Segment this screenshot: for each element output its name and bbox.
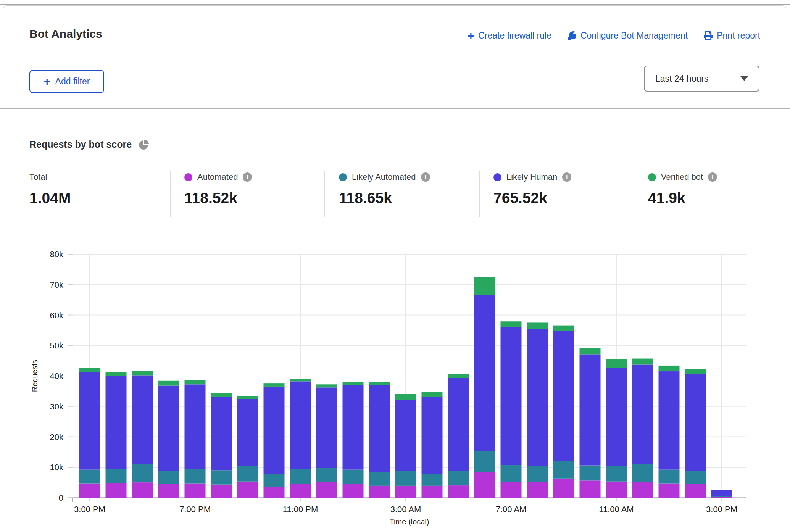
bar-segment[interactable] xyxy=(422,397,443,474)
bar-segment[interactable] xyxy=(369,382,390,385)
bar-segment[interactable] xyxy=(474,277,495,295)
bar-segment[interactable] xyxy=(395,486,416,498)
bar-segment[interactable] xyxy=(185,484,206,498)
bar-segment[interactable] xyxy=(132,482,153,498)
bar-segment[interactable] xyxy=(264,474,285,487)
bar-segment[interactable] xyxy=(158,381,179,386)
bar-segment[interactable] xyxy=(343,385,364,470)
bar-segment[interactable] xyxy=(395,394,416,400)
bar-segment[interactable] xyxy=(237,399,258,466)
bar-segment[interactable] xyxy=(448,374,469,378)
bar-segment[interactable] xyxy=(369,385,390,472)
bar-segment[interactable] xyxy=(448,485,469,498)
bar-segment[interactable] xyxy=(632,464,653,482)
bar-segment[interactable] xyxy=(158,386,179,471)
bar-segment[interactable] xyxy=(316,482,337,498)
bar-segment[interactable] xyxy=(474,451,495,472)
bar-segment[interactable] xyxy=(264,487,285,498)
bar-segment[interactable] xyxy=(632,359,653,365)
bar-segment[interactable] xyxy=(211,485,232,498)
bar-segment[interactable] xyxy=(685,471,706,484)
bar-segment[interactable] xyxy=(369,472,390,486)
bar-segment[interactable] xyxy=(659,484,680,498)
bar-segment[interactable] xyxy=(106,376,127,469)
bar-segment[interactable] xyxy=(501,482,522,498)
create-firewall-rule-link[interactable]: Create firewall rule xyxy=(468,31,551,41)
bar-segment[interactable] xyxy=(211,397,232,470)
bar-segment[interactable] xyxy=(158,471,179,484)
bar-segment[interactable] xyxy=(264,387,285,474)
time-range-dropdown[interactable]: Last 24 hours xyxy=(644,66,759,92)
bar-segment[interactable] xyxy=(158,484,179,498)
bar-segment[interactable] xyxy=(316,384,337,387)
bar-segment[interactable] xyxy=(343,382,364,385)
bar-segment[interactable] xyxy=(211,470,232,484)
bar-segment[interactable] xyxy=(448,471,469,485)
bar-segment[interactable] xyxy=(290,379,311,381)
bar-segment[interactable] xyxy=(632,364,653,464)
bar-segment[interactable] xyxy=(132,375,153,464)
bar-segment[interactable] xyxy=(343,484,364,498)
bar-segment[interactable] xyxy=(237,482,258,498)
bar-segment[interactable] xyxy=(237,396,258,399)
bar-segment[interactable] xyxy=(79,372,100,470)
bar-segment[interactable] xyxy=(501,321,522,327)
bar-segment[interactable] xyxy=(264,383,285,387)
bar-segment[interactable] xyxy=(606,368,627,466)
bar-segment[interactable] xyxy=(553,479,574,498)
bar-segment[interactable] xyxy=(106,372,127,376)
bar-segment[interactable] xyxy=(290,484,311,498)
bar-segment[interactable] xyxy=(79,484,100,498)
configure-bot-management-link[interactable]: Configure Bot Management xyxy=(568,31,688,41)
bar-segment[interactable] xyxy=(106,483,127,498)
bar-segment[interactable] xyxy=(211,393,232,397)
bar-segment[interactable] xyxy=(422,486,443,498)
bar-segment[interactable] xyxy=(685,484,706,498)
bar-segment[interactable] xyxy=(685,369,706,374)
bar-segment[interactable] xyxy=(290,381,311,469)
bar-segment[interactable] xyxy=(474,472,495,498)
bar-segment[interactable] xyxy=(132,464,153,482)
bar-segment[interactable] xyxy=(553,461,574,479)
bar-segment[interactable] xyxy=(606,359,627,368)
info-icon[interactable] xyxy=(708,172,717,182)
bar-segment[interactable] xyxy=(448,378,469,471)
bar-segment[interactable] xyxy=(580,465,601,480)
bar-segment[interactable] xyxy=(606,482,627,498)
bar-segment[interactable] xyxy=(527,482,548,498)
bar-segment[interactable] xyxy=(185,384,206,469)
bar-segment[interactable] xyxy=(711,496,732,497)
bar-segment[interactable] xyxy=(685,374,706,471)
bar-segment[interactable] xyxy=(395,471,416,486)
bar-segment[interactable] xyxy=(501,327,522,465)
bar-segment[interactable] xyxy=(474,295,495,451)
bar-segment[interactable] xyxy=(290,469,311,484)
bar-segment[interactable] xyxy=(580,348,601,354)
bar-segment[interactable] xyxy=(395,400,416,471)
add-filter-button[interactable]: Add filter xyxy=(29,70,104,93)
bar-segment[interactable] xyxy=(422,474,443,486)
bar-segment[interactable] xyxy=(632,482,653,498)
bar-segment[interactable] xyxy=(237,466,258,481)
print-report-link[interactable]: Print report xyxy=(704,31,760,41)
bar-segment[interactable] xyxy=(527,466,548,482)
bar-segment[interactable] xyxy=(527,322,548,329)
bar-segment[interactable] xyxy=(185,469,206,484)
bar-segment[interactable] xyxy=(527,329,548,466)
info-icon[interactable] xyxy=(562,172,571,182)
bar-segment[interactable] xyxy=(369,486,390,498)
bar-segment[interactable] xyxy=(659,470,680,484)
bar-segment[interactable] xyxy=(580,480,601,498)
bar-segment[interactable] xyxy=(106,469,127,483)
info-icon[interactable] xyxy=(421,172,430,182)
bar-segment[interactable] xyxy=(316,468,337,482)
bar-segment[interactable] xyxy=(711,490,732,490)
bar-segment[interactable] xyxy=(501,465,522,482)
bar-segment[interactable] xyxy=(422,392,443,397)
bar-segment[interactable] xyxy=(711,490,732,496)
bar-segment[interactable] xyxy=(553,331,574,461)
bar-segment[interactable] xyxy=(711,497,732,498)
bar-segment[interactable] xyxy=(132,371,153,375)
bar-segment[interactable] xyxy=(79,470,100,484)
bar-segment[interactable] xyxy=(606,466,627,481)
